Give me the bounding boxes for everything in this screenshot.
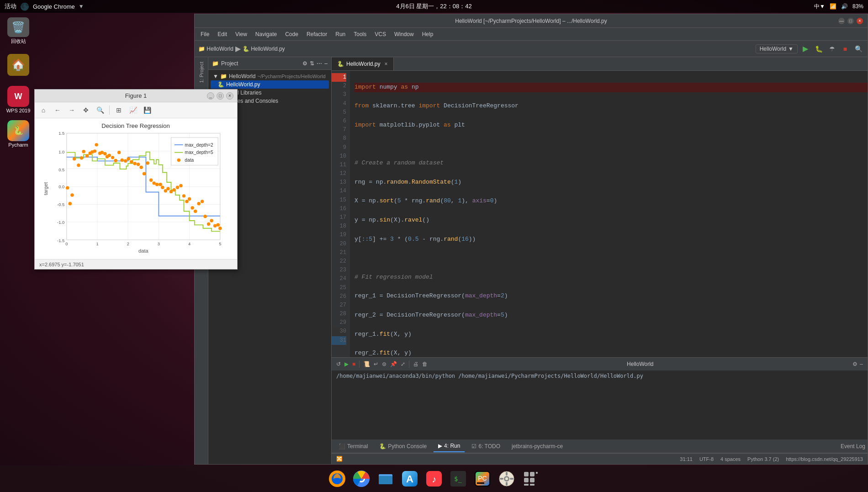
close-btn[interactable]: × (857, 18, 863, 24)
run-config-selector[interactable]: HelloWorld ▼ (756, 44, 798, 53)
menu-vcs[interactable]: VCS (371, 30, 390, 39)
svg-text:-1.0: -1.0 (57, 220, 64, 225)
svg-rect-117 (530, 484, 535, 486)
tab-todo[interactable]: ☑6: TODO (467, 440, 505, 452)
menu-edit[interactable]: Edit (214, 30, 231, 39)
pan-tool-btn[interactable]: ✥ (79, 104, 92, 116)
svg-point-60 (161, 185, 164, 189)
menu-window[interactable]: Window (391, 30, 418, 39)
breadcrumb-file[interactable]: 🐍 HelloWorld.py (243, 46, 285, 52)
close-tab-btn[interactable]: × (384, 61, 387, 67)
forward-tool-btn[interactable]: → (65, 104, 78, 116)
svg-point-65 (176, 185, 179, 189)
taskbar-firefox[interactable] (326, 468, 348, 490)
indent-label[interactable]: 4 spaces (720, 456, 741, 462)
tab-run[interactable]: ▶4: Run (434, 440, 465, 452)
url-label[interactable]: https://blog.csdn.net/qq_29225913 (786, 456, 863, 462)
menu-tools[interactable]: Tools (350, 30, 370, 39)
tree-root[interactable]: ▼ 📁 HelloWorld ~/PycharmProjects/HelloWo… (211, 72, 329, 80)
menu-file[interactable]: File (197, 30, 213, 39)
menu-help[interactable]: Help (418, 30, 437, 39)
svg-text:A: A (406, 473, 413, 485)
dock-icon-trash[interactable]: 🗑️ 回收站 (5, 17, 32, 45)
editor-tabs: 🐍 HelloWorld.py × (332, 57, 868, 71)
chart-svg: Decision Tree Regression target data (35, 118, 237, 259)
cursor-position[interactable]: 31:11 (680, 456, 693, 462)
run-scroll-btn[interactable]: 📜 (363, 361, 370, 367)
run-filter-btn[interactable]: ⊜ (382, 361, 386, 367)
run-expand-btn[interactable]: ⤢ (401, 361, 405, 367)
run-rerun-btn[interactable]: ↺ (336, 361, 341, 367)
run-settings-icon[interactable]: ⚙ (852, 361, 857, 367)
event-log-tab[interactable]: Event Log (841, 443, 865, 450)
taskbar-files[interactable] (375, 468, 397, 490)
run-hide-icon[interactable]: – (860, 361, 863, 367)
project-options-icon[interactable]: ⋯ (317, 60, 322, 67)
taskbar-appstore[interactable]: A (399, 468, 421, 490)
tab-jetbrains[interactable]: jetbrains-pycharm-ce (507, 440, 567, 452)
encoding-label[interactable]: UTF-8 (699, 456, 714, 462)
tree-helloworld-py[interactable]: 🐍 HelloWorld.py (211, 80, 329, 89)
run-wrap-btn[interactable]: ↵ (374, 361, 378, 367)
breadcrumb-helloworld[interactable]: 📁 HelloWorld (198, 46, 233, 52)
run-stop-btn[interactable]: ■ (352, 361, 355, 367)
run-print-btn[interactable]: 🖨 (413, 361, 418, 367)
search-btn[interactable]: 🔍 (853, 43, 864, 54)
coverage-btn[interactable]: ☂ (826, 43, 837, 54)
back-tool-btn[interactable]: ← (51, 104, 64, 116)
zoom-tool-btn[interactable]: 🔍 (94, 104, 106, 116)
home-tool-btn[interactable]: ⌂ (37, 104, 50, 116)
taskbar-pycharm[interactable]: PC (471, 468, 493, 490)
dock-icon-wps[interactable]: W WPS 2019 (5, 86, 32, 113)
code-editor[interactable]: 1 2 3 4 5 6 7 8 9 10 11 12 13 14 (332, 71, 868, 357)
project-settings-icon[interactable]: ⚙ (302, 60, 307, 67)
project-strip-label[interactable]: 1: Project (199, 59, 204, 85)
figure-maximize-btn[interactable]: □ (217, 92, 224, 100)
run-run-btn[interactable]: ▶ (344, 361, 349, 367)
tab-python-console[interactable]: 🐍Python Console (375, 440, 431, 452)
config-tool-btn[interactable]: ⊞ (112, 104, 125, 116)
svg-text:data: data (185, 158, 194, 163)
debug-btn[interactable]: 🐛 (813, 43, 824, 54)
svg-text:0: 0 (65, 242, 68, 246)
project-collapse-icon[interactable]: – (324, 60, 328, 67)
menu-view[interactable]: View (232, 30, 251, 39)
menu-refactor[interactable]: Refactor (303, 30, 331, 39)
app-name-label[interactable]: Google Chrome (33, 3, 75, 10)
menu-code[interactable]: Code (281, 30, 302, 39)
svg-point-34 (85, 154, 89, 157)
figure-minimize-btn[interactable]: _ (207, 92, 214, 100)
svg-rect-116 (524, 484, 529, 486)
dock-icon-pycharm[interactable]: 🐍 Pycharm (5, 120, 32, 148)
figure-close-btn[interactable]: × (226, 92, 233, 100)
taskbar-music[interactable]: ♪ (423, 468, 445, 490)
svg-point-85 (177, 159, 180, 162)
code-content[interactable]: import numpy as np from sklearn.tree imp… (350, 71, 868, 357)
tab-helloworld-py[interactable]: 🐍 HelloWorld.py × (332, 58, 394, 70)
taskbar-chrome[interactable] (350, 468, 372, 490)
run-panel-header: ↺ ▶ ■ 📜 ↵ ⊜ 📌 ⤢ 🖨 🗑 (332, 358, 868, 370)
separator2 (409, 360, 409, 368)
taskbar-terminal[interactable]: $_ (447, 468, 469, 490)
save-tool-btn[interactable]: 💾 (141, 104, 153, 116)
svg-point-73 (201, 200, 204, 203)
stop-btn[interactable]: ■ (840, 43, 851, 54)
tab-terminal[interactable]: ⬛Terminal (334, 440, 372, 452)
run-trash-btn[interactable]: 🗑 (422, 361, 428, 367)
taskbar-settings[interactable] (496, 468, 518, 490)
line-tool-btn[interactable]: 📈 (127, 104, 139, 116)
project-sort-icon[interactable]: ⇅ (310, 60, 314, 67)
restore-btn[interactable]: □ (847, 18, 854, 24)
python-version[interactable]: Python 3.7 (2) (747, 456, 779, 462)
svg-point-76 (210, 219, 213, 222)
taskbar-app-grid[interactable] (520, 468, 542, 490)
svg-point-75 (207, 222, 210, 226)
dock-icon-home[interactable]: 🏠 (5, 52, 32, 79)
run-btn[interactable]: ▶ (800, 43, 811, 54)
activity-label[interactable]: 活动 (5, 2, 16, 11)
minimize-btn[interactable]: — (838, 18, 845, 24)
menu-run[interactable]: Run (332, 30, 349, 39)
run-pin-btn[interactable]: 📌 (390, 361, 397, 367)
pycharm-titlebar: HelloWorld [~/PycharmProjects/HelloWorld… (195, 14, 868, 28)
menu-navigate[interactable]: Navigate (252, 30, 281, 39)
